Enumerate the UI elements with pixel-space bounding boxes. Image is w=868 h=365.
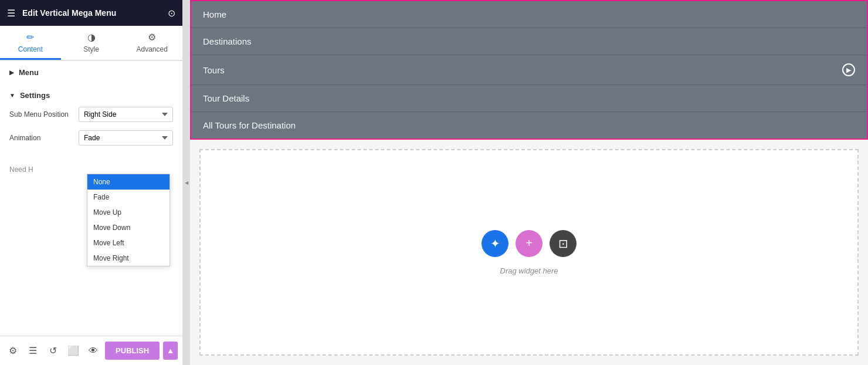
settings-section-label: Settings bbox=[20, 91, 50, 100]
dropdown-item-move-up[interactable]: Move Up bbox=[87, 205, 169, 220]
collapse-handle[interactable]: ◀ bbox=[183, 0, 190, 365]
page-title: Edit Vertical Mega Menu bbox=[22, 8, 161, 18]
tab-bar: ✏ Content ◑ Style ⚙ Advanced bbox=[0, 26, 182, 61]
sub-menu-position-row: Sub Menu Position Right Side Left Side B… bbox=[9, 107, 173, 122]
plus-icon[interactable]: + bbox=[516, 230, 542, 257]
animation-row: Animation Fade bbox=[9, 130, 173, 146]
hamburger-icon[interactable]: ☰ bbox=[7, 8, 15, 19]
main-area: Home Destinations Tours ▶ Tour Details A… bbox=[190, 0, 868, 365]
animation-label: Animation bbox=[9, 134, 74, 142]
menu-arrow-icon: ▶ bbox=[9, 69, 14, 76]
publish-chevron-button[interactable]: ▲ bbox=[163, 342, 178, 360]
tab-advanced[interactable]: ⚙ Advanced bbox=[121, 26, 182, 60]
sub-menu-position-label: Sub Menu Position bbox=[9, 110, 74, 119]
dropdown-item-move-right[interactable]: Move Right bbox=[87, 251, 169, 266]
drop-icons-group: ✦ + ⊡ bbox=[482, 230, 577, 257]
settings-tool-icon[interactable]: ⚙ bbox=[5, 342, 21, 360]
menu-item-tour-details[interactable]: Tour Details bbox=[191, 85, 867, 112]
preview-tool-icon[interactable]: 👁 bbox=[85, 342, 101, 360]
sub-menu-position-select[interactable]: Right Side Left Side Bottom Top bbox=[79, 107, 173, 122]
animation-dropdown: None Fade Move Up Move Down Move Left Mo… bbox=[87, 174, 170, 266]
grid-icon[interactable]: ⊙ bbox=[168, 8, 175, 19]
tab-style[interactable]: ◑ Style bbox=[61, 26, 122, 60]
drag-widget-text: Drag widget here bbox=[500, 266, 558, 275]
settings-section: Sub Menu Position Right Side Left Side B… bbox=[0, 107, 182, 161]
publish-button[interactable]: PUBLISH bbox=[105, 342, 160, 360]
menu-item-all-tours[interactable]: All Tours for Destination bbox=[191, 112, 867, 138]
settings-section-header[interactable]: ▼ Settings bbox=[0, 84, 182, 107]
tours-arrow-icon: ▶ bbox=[842, 63, 855, 76]
dropdown-item-none[interactable]: None bbox=[87, 174, 169, 190]
responsive-tool-icon[interactable]: ⬜ bbox=[65, 342, 82, 360]
menu-section-label: Menu bbox=[19, 68, 39, 77]
menu-preview: Home Destinations Tours ▶ Tour Details A… bbox=[190, 0, 868, 140]
menu-section-header[interactable]: ▶ Menu bbox=[0, 61, 182, 84]
pencil-icon: ✏ bbox=[26, 32, 34, 43]
top-bar: ☰ Edit Vertical Mega Menu ⊙ bbox=[0, 0, 182, 26]
widget-drop-area: ✦ + ⊡ Drag widget here bbox=[199, 149, 859, 356]
options-icon[interactable]: ⊡ bbox=[550, 230, 577, 257]
dropdown-item-fade[interactable]: Fade bbox=[87, 190, 169, 205]
style-icon: ◑ bbox=[87, 32, 96, 43]
menu-item-tours[interactable]: Tours ▶ bbox=[191, 55, 867, 85]
menu-item-destinations[interactable]: Destinations bbox=[191, 28, 867, 55]
settings-arrow-icon: ▼ bbox=[9, 92, 15, 99]
dropdown-item-move-left[interactable]: Move Left bbox=[87, 235, 169, 251]
dropdown-item-move-down[interactable]: Move Down bbox=[87, 220, 169, 235]
tab-content[interactable]: ✏ Content bbox=[0, 26, 61, 60]
bottom-toolbar: ⚙ ☰ ↺ ⬜ 👁 PUBLISH ▲ bbox=[0, 336, 182, 365]
gear-icon: ⚙ bbox=[148, 32, 156, 43]
add-widget-icon[interactable]: ✦ bbox=[482, 230, 508, 257]
animation-select[interactable]: Fade bbox=[79, 130, 173, 146]
left-panel: ☰ Edit Vertical Mega Menu ⊙ ✏ Content ◑ … bbox=[0, 0, 183, 365]
menu-item-home[interactable]: Home bbox=[191, 1, 867, 28]
layers-tool-icon[interactable]: ☰ bbox=[25, 342, 41, 360]
history-tool-icon[interactable]: ↺ bbox=[45, 342, 61, 360]
